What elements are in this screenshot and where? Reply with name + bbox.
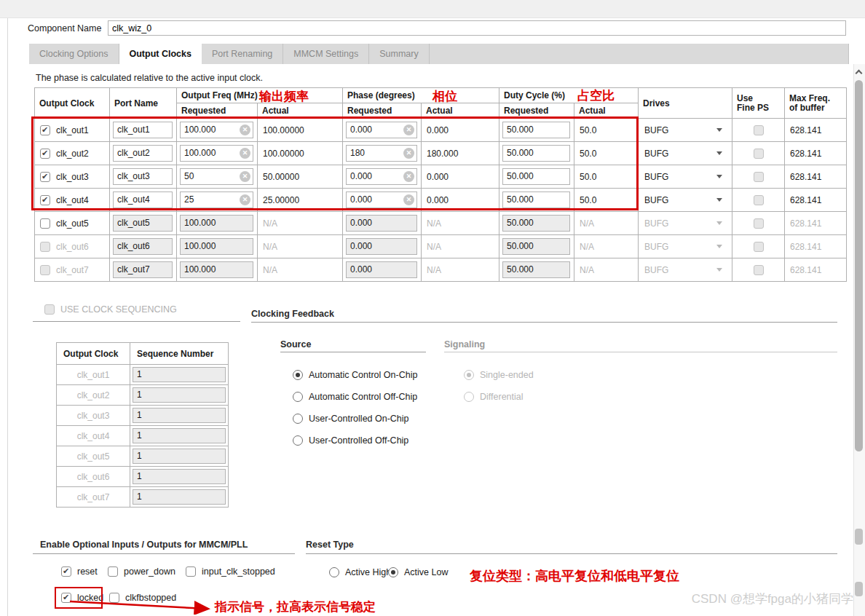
chevron-down-icon (716, 245, 722, 248)
checkbox-input-clk-stopped[interactable]: input_clk_stopped (186, 566, 275, 577)
duty-requested-input[interactable]: 50.000 (502, 215, 570, 232)
freq-requested-input[interactable]: 100.000 (180, 261, 253, 278)
use-clock-sequencing-checkbox[interactable] (44, 304, 55, 315)
component-name-input[interactable] (108, 20, 846, 36)
tab-bar-filler (430, 44, 849, 64)
seq-row: clk_out21 (57, 385, 229, 406)
sequence-number-input[interactable]: 1 (133, 428, 226, 443)
max-freq-value: 628.141 (785, 125, 846, 135)
divider (33, 553, 295, 554)
use-fine-ps-checkbox[interactable] (754, 149, 764, 159)
divider (444, 352, 837, 352)
radio-icon[interactable] (388, 567, 398, 577)
use-fine-ps-checkbox[interactable] (754, 218, 764, 229)
duty-requested-input[interactable]: 50.000 (502, 261, 570, 278)
radio-differential: Differential (464, 392, 524, 402)
optional-io-title: Enable Optional Inputs / Outputs for MMC… (40, 540, 248, 550)
seq-row: clk_out11 (57, 365, 229, 385)
col-use-fine-ps: UseFine PS (732, 88, 785, 119)
clocking-wizard-dialog: Component Name Clocking Options Output C… (0, 0, 865, 616)
radio-icon[interactable] (293, 435, 303, 446)
clk-out7-checkbox[interactable] (40, 265, 50, 275)
radio-user-controlled-off-chip[interactable]: User-Controlled Off-Chip (293, 435, 408, 446)
port-name-input[interactable]: clk_out5 (113, 215, 173, 232)
tab-summary[interactable]: Summary (369, 44, 429, 64)
divider (280, 352, 426, 352)
tab-mmcm-settings[interactable]: MMCM Settings (283, 44, 369, 64)
use-fine-ps-checkbox[interactable] (754, 125, 764, 135)
divider (306, 553, 837, 554)
table-row-clk-out6: clk_out6 clk_out6 100.000 N/A 0.000 N/A … (35, 235, 847, 258)
use-fine-ps-checkbox[interactable] (754, 242, 764, 252)
highlight-box-rows (31, 117, 639, 210)
clk-out6-checkbox[interactable] (40, 242, 50, 252)
drives-select[interactable]: BUFG (639, 149, 732, 159)
radio-icon[interactable] (293, 414, 303, 424)
col-output-clock: Output Clock (35, 88, 110, 119)
sequence-number-input[interactable]: 1 (133, 489, 226, 505)
phase-note: The phase is calculated relative to the … (36, 73, 263, 83)
radio-automatic-control-off-chip[interactable]: Automatic Control Off-Chip (293, 392, 417, 402)
duty-requested-input[interactable]: 50.000 (502, 238, 570, 255)
scrollbar-thumb[interactable] (855, 80, 863, 451)
checkbox-icon[interactable] (108, 566, 118, 577)
sequence-number-input[interactable]: 1 (133, 469, 226, 484)
freq-requested-input[interactable]: 100.000 (180, 215, 253, 232)
sequence-number-input[interactable]: 1 (133, 408, 226, 423)
use-fine-ps-checkbox[interactable] (754, 172, 764, 182)
seq-row: clk_out41 (57, 426, 229, 446)
drives-select[interactable]: BUFG (639, 242, 732, 252)
chevron-down-icon (716, 151, 722, 155)
chevron-down-icon (716, 221, 722, 225)
radio-icon[interactable] (293, 370, 303, 380)
drives-select[interactable]: BUFG (639, 218, 732, 229)
port-name-input[interactable]: clk_out7 (113, 261, 173, 278)
radio-icon (464, 392, 474, 402)
sequence-number-input[interactable]: 1 (133, 387, 226, 403)
clk-out5-checkbox[interactable] (40, 218, 50, 229)
seq-row: clk_out31 (57, 406, 229, 426)
tab-output-clocks[interactable]: Output Clocks (119, 44, 202, 64)
radio-active-high[interactable]: Active High (329, 567, 391, 577)
seq-row: clk_out71 (57, 487, 229, 508)
max-freq-value: 628.141 (785, 242, 846, 252)
checkbox-icon[interactable] (186, 566, 196, 577)
use-fine-ps-checkbox[interactable] (754, 195, 764, 205)
drives-select[interactable]: BUFG (639, 125, 732, 135)
max-freq-value: 628.141 (785, 172, 846, 182)
table-row-clk-out5: clk_out5 clk_out5 100.000 N/A 0.000 N/A … (35, 212, 847, 235)
annotation-phase: 相位 (432, 88, 457, 105)
window-top-strip (0, 0, 865, 18)
chevron-down-icon (716, 268, 722, 272)
drives-select[interactable]: BUFG (639, 195, 732, 205)
radio-icon[interactable] (329, 567, 339, 577)
phase-requested-input[interactable]: 0.000 (346, 215, 417, 232)
seq-row: clk_out51 (57, 446, 229, 467)
drives-select[interactable]: BUFG (639, 265, 732, 275)
radio-icon[interactable] (293, 392, 303, 402)
tab-clocking-options[interactable]: Clocking Options (29, 44, 119, 64)
table-row-clk-out7: clk_out7 clk_out7 100.000 N/A 0.000 N/A … (35, 258, 847, 282)
phase-requested-input[interactable]: 0.000 (346, 238, 417, 255)
checkbox-icon[interactable] (61, 566, 71, 577)
seq-col-number: Sequence Number (130, 343, 229, 365)
col-drives: Drives (639, 88, 732, 119)
freq-requested-input[interactable]: 100.000 (180, 238, 253, 255)
chevron-down-icon (716, 175, 722, 178)
phase-requested-input[interactable]: 0.000 (346, 261, 417, 278)
sequence-table: Output Clock Sequence Number clk_out11 c… (56, 342, 229, 508)
watermark: CSDN @想学fpga的小猪同学 (655, 591, 853, 607)
use-fine-ps-checkbox[interactable] (754, 265, 764, 275)
checkbox-power-down[interactable]: power_down (108, 566, 175, 577)
port-name-input[interactable]: clk_out6 (113, 238, 173, 255)
drives-select[interactable]: BUFG (639, 172, 732, 182)
radio-user-controlled-on-chip[interactable]: User-Controlled On-Chip (293, 414, 409, 424)
radio-active-low[interactable]: Active Low (388, 567, 448, 577)
sequence-number-input[interactable]: 1 (133, 367, 226, 382)
annotation-locked: 指示信号，拉高表示信号稳定 (215, 599, 376, 615)
col-max-freq: Max Freq.of buffer (785, 88, 847, 119)
radio-automatic-control-on-chip[interactable]: Automatic Control On-Chip (293, 370, 417, 380)
sequence-number-input[interactable]: 1 (133, 449, 226, 464)
checkbox-reset[interactable]: reset (61, 566, 98, 577)
tab-port-renaming[interactable]: Port Renaming (202, 44, 283, 64)
